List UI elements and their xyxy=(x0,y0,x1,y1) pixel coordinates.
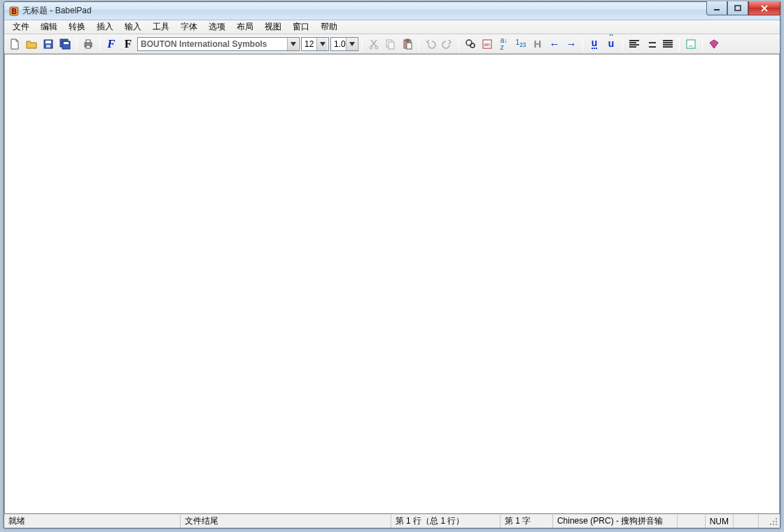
print-button[interactable] xyxy=(80,36,96,52)
font-size-combo[interactable]: 12 xyxy=(301,37,329,51)
toolbar-separator xyxy=(679,37,680,51)
line-spacing-combo[interactable]: 1.0 xyxy=(330,37,358,51)
svg-text:B: B xyxy=(11,8,16,15)
svg-rect-29 xyxy=(773,524,774,525)
copy-button[interactable] xyxy=(383,36,398,52)
save-button[interactable] xyxy=(41,36,56,52)
app-icon: B xyxy=(8,6,20,17)
paste-button[interactable] xyxy=(400,36,415,52)
character-map-button[interactable] xyxy=(683,36,699,52)
highlight-button[interactable]: H xyxy=(530,36,545,52)
open-file-button[interactable] xyxy=(24,36,39,52)
prev-button[interactable]: ← xyxy=(547,36,562,52)
menu-layout[interactable]: 布局 xyxy=(231,20,259,34)
menu-convert[interactable]: 转换 xyxy=(63,20,91,34)
menu-file[interactable]: 文件 xyxy=(7,20,35,34)
svg-point-21 xyxy=(470,43,475,48)
svg-rect-25 xyxy=(776,518,777,519)
toolbar-separator xyxy=(622,37,623,51)
editor-area[interactable] xyxy=(4,54,780,514)
toolbar-separator xyxy=(362,37,363,51)
menu-bar: 文件 编辑 转换 插入 输入 工具 字体 选项 布局 视图 窗口 帮助 xyxy=(4,20,780,34)
status-blank xyxy=(678,514,706,528)
toolbar-separator xyxy=(76,37,77,51)
svg-rect-12 xyxy=(86,46,90,48)
menu-input[interactable]: 输入 xyxy=(119,20,147,34)
close-button[interactable] xyxy=(748,1,780,15)
save-all-button[interactable] xyxy=(57,36,73,52)
status-ready: 就绪 xyxy=(4,514,181,528)
svg-rect-30 xyxy=(776,524,777,525)
svg-rect-27 xyxy=(776,521,777,522)
help-button[interactable] xyxy=(706,36,722,52)
replace-button[interactable]: ab xyxy=(479,36,495,52)
status-blank2 xyxy=(734,514,759,528)
status-num: NUM xyxy=(706,514,734,528)
status-char: 第 1 字 xyxy=(500,514,553,528)
status-eof: 文件结尾 xyxy=(181,514,391,528)
toolbar-separator xyxy=(99,37,100,51)
status-bar: 就绪 文件结尾 第 1 行（总 1 行） 第 1 字 Chinese (PRC)… xyxy=(4,514,780,528)
font-name-value: BOUTON International Symbols xyxy=(141,39,287,49)
menu-font[interactable]: 字体 xyxy=(175,20,203,34)
menu-insert[interactable]: 插入 xyxy=(91,20,119,34)
menu-tools[interactable]: 工具 xyxy=(147,20,175,34)
maximize-button[interactable] xyxy=(727,1,748,15)
next-button[interactable]: → xyxy=(564,36,579,52)
toolbar-separator xyxy=(582,37,583,51)
menu-options[interactable]: 选项 xyxy=(203,20,231,34)
font-style-1-button[interactable]: F xyxy=(104,36,119,52)
sort-button[interactable]: a↓z xyxy=(496,36,512,52)
align-right-button[interactable] xyxy=(643,36,659,52)
titlebar[interactable]: B 无标题 - BabelPad xyxy=(4,2,780,20)
cut-button[interactable] xyxy=(366,36,382,52)
svg-rect-26 xyxy=(773,521,774,522)
dropdown-arrow-icon[interactable] xyxy=(316,38,328,50)
svg-text:ab: ab xyxy=(484,41,491,48)
app-window: B 无标题 - BabelPad 文件 编辑 转换 插入 输入 工具 字体 选项… xyxy=(4,1,780,528)
svg-rect-18 xyxy=(406,39,409,41)
svg-rect-16 xyxy=(388,42,394,49)
redo-button[interactable] xyxy=(440,36,455,52)
menu-edit[interactable]: 编辑 xyxy=(35,20,63,34)
menu-view[interactable]: 视图 xyxy=(259,20,287,34)
svg-rect-9 xyxy=(64,42,69,44)
new-file-button[interactable] xyxy=(7,36,22,52)
toolbar: F F BOUTON International Symbols 12 1.0 xyxy=(4,34,780,54)
status-line: 第 1 行（总 1 行） xyxy=(391,514,500,528)
line-spacing-value: 1.0 xyxy=(334,39,346,49)
underline-dots-button[interactable]: u xyxy=(587,36,602,52)
resize-grip[interactable] xyxy=(759,514,780,528)
window-controls xyxy=(706,1,780,15)
svg-rect-6 xyxy=(46,45,50,48)
svg-rect-11 xyxy=(86,40,90,43)
toolbar-separator xyxy=(419,37,419,51)
svg-rect-24 xyxy=(687,40,695,48)
svg-rect-28 xyxy=(770,524,771,525)
align-left-button[interactable] xyxy=(626,36,642,52)
align-justify-button[interactable] xyxy=(660,36,676,52)
toolbar-separator xyxy=(702,37,703,51)
svg-rect-2 xyxy=(714,9,720,10)
undo-button[interactable] xyxy=(423,36,438,52)
menu-window[interactable]: 窗口 xyxy=(287,20,315,34)
svg-rect-3 xyxy=(735,6,741,10)
svg-rect-19 xyxy=(407,43,412,49)
dropdown-arrow-icon[interactable] xyxy=(287,38,298,50)
svg-rect-5 xyxy=(46,41,51,43)
font-size-value: 12 xyxy=(304,39,316,49)
font-name-combo[interactable]: BOUTON International Symbols xyxy=(137,37,300,51)
diaeresis-button[interactable]: u xyxy=(603,36,619,52)
minimize-button[interactable] xyxy=(706,1,727,15)
window-title: 无标题 - BabelPad xyxy=(22,5,92,17)
find-button[interactable] xyxy=(463,36,478,52)
toolbar-separator xyxy=(458,37,459,51)
menu-help[interactable]: 帮助 xyxy=(315,20,343,34)
dropdown-arrow-icon[interactable] xyxy=(346,38,357,50)
font-style-2-button[interactable]: F xyxy=(120,36,136,52)
numbers-button[interactable]: 123 xyxy=(513,36,528,52)
status-ime: Chinese (PRC) - 搜狗拼音输 xyxy=(553,514,678,528)
